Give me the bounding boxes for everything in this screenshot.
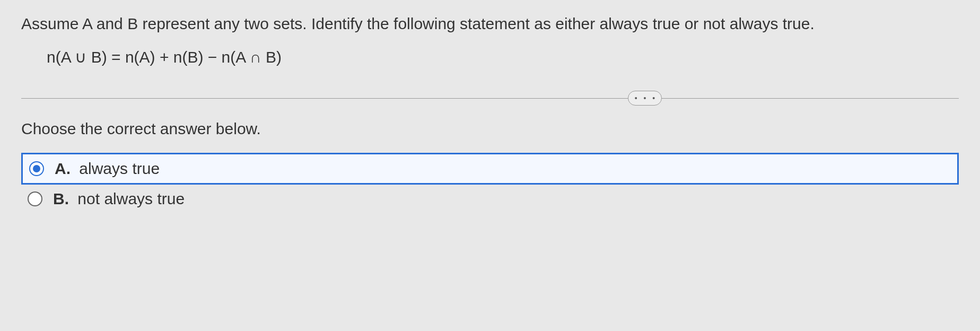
answer-prompt: Choose the correct answer below.	[0, 120, 980, 138]
question-text: Assume A and B represent any two sets. I…	[21, 13, 959, 35]
choice-list: A. always true B. not always true	[0, 153, 980, 213]
more-button[interactable]: • • •	[628, 91, 662, 106]
radio-b[interactable]	[28, 191, 42, 206]
section-divider	[21, 98, 959, 99]
choice-b-text: not always true	[77, 190, 185, 207]
choice-a-letter: A.	[55, 160, 71, 177]
choice-a[interactable]: A. always true	[21, 153, 959, 185]
choice-b-letter: B.	[53, 190, 69, 207]
choice-a-text: always true	[79, 160, 160, 177]
radio-a[interactable]	[29, 161, 44, 176]
ellipsis-icon: • • •	[635, 94, 657, 102]
question-formula: n(A ∪ B) = n(A) + n(B) − n(A ∩ B)	[21, 35, 959, 66]
choice-b[interactable]: B. not always true	[21, 185, 959, 213]
